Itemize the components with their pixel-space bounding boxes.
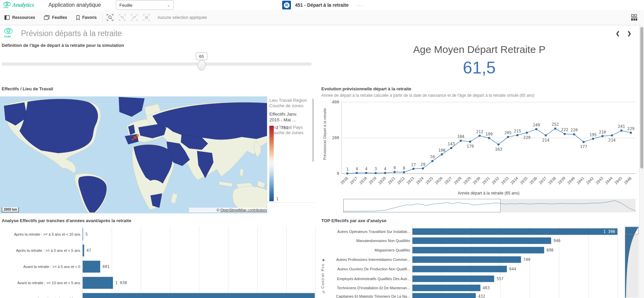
clear-selections-button[interactable] (143, 14, 150, 21)
age-slider-track[interactable] (2, 63, 312, 65)
sheet-logo-text: D2BI (4, 35, 18, 38)
sheets-button[interactable]: Feuilles (39, 10, 72, 25)
svg-text:215: 215 (514, 129, 521, 133)
svg-text:2038: 2038 (547, 176, 557, 185)
svg-text:2020: 2020 (377, 176, 387, 185)
smart-search-button[interactable] (106, 14, 114, 21)
svg-text:946: 946 (554, 238, 561, 243)
svg-text:222: 222 (561, 127, 568, 132)
svg-text:70: 70 (430, 155, 435, 159)
svg-text:Employés Administratifs Qualif: Employés Administratifs Qualifiés Des Au… (337, 277, 410, 281)
bar-chart-minimap[interactable] (625, 227, 640, 298)
svg-text:2029: 2029 (462, 176, 472, 185)
age-slider-handle[interactable] (197, 60, 206, 70)
brand-name: Analytics (12, 2, 34, 8)
svg-text:143: 143 (448, 142, 455, 146)
line-chart-x-axis-title: Année départ à la retraite (65 ans) (342, 191, 636, 196)
svg-text:2030: 2030 (472, 176, 481, 185)
map-legend[interactable]: Lieu Travail Région Couche de zones Effe… (267, 96, 315, 213)
svg-text:163: 163 (495, 147, 502, 152)
toolbar-divider (102, 13, 103, 22)
right-bar-chart[interactable]: Autres Opérateurs Travaillant Sur Instal… (321, 225, 624, 298)
line-chart-navigator[interactable] (343, 199, 636, 212)
line-chart[interactable]: 4002000120164201742018320194202092021820… (321, 100, 640, 188)
clear-selections-icon (143, 14, 150, 21)
svg-text:8: 8 (403, 166, 405, 171)
svg-text:2028: 2028 (453, 176, 462, 185)
search-selection-icon (106, 14, 114, 21)
svg-text:2031: 2031 (481, 176, 491, 185)
redo-selection-button[interactable] (131, 14, 138, 21)
svg-text:3: 3 (374, 167, 377, 171)
svg-text:184: 184 (457, 134, 464, 139)
svg-text:463: 463 (483, 286, 490, 290)
page-scrollbar[interactable] (639, 25, 644, 298)
sheets-icon (44, 15, 50, 20)
app-icon[interactable]: R (282, 1, 291, 9)
top-header-bar: D2BI Analytics Application analytique Fe… (0, 0, 644, 10)
legend-scrollbar[interactable] (312, 98, 314, 162)
map-scale-bar: 2000 km (2, 207, 19, 212)
svg-text:199: 199 (485, 132, 493, 137)
svg-text:Techniciens D'installation Et: Techniciens D'installation Et De Mainten… (337, 286, 410, 290)
svg-text:229: 229 (627, 126, 635, 131)
svg-text:Autres Ouvriers De Production: Autres Ouvriers De Production Non Qualif… (337, 267, 410, 271)
svg-text:2021: 2021 (387, 176, 396, 185)
bookmarks-button[interactable]: Favoris (72, 10, 101, 25)
svg-text:2025: 2025 (425, 176, 434, 185)
svg-text:2027: 2027 (444, 176, 453, 185)
svg-text:2016: 2016 (340, 176, 349, 185)
svg-text:2023: 2023 (406, 176, 415, 185)
svg-text:Capitaines Et Matelots Timonie: Capitaines Et Matelots Timoniers De La N… (336, 294, 410, 298)
svg-text:1 038: 1 038 (115, 280, 127, 285)
kpi-value: 61,5 (321, 58, 638, 78)
legend-max-value: 2 751 (276, 125, 288, 130)
svg-text:2044: 2044 (604, 176, 614, 185)
sheet-selector-dropdown[interactable]: Feuille ⌄ (116, 0, 174, 10)
left-bar-chart-title: Analyse Effectifs par tranches d'années … (2, 218, 131, 223)
svg-text:2045: 2045 (614, 176, 623, 185)
legend-layer2-subtitle: Couche de zones (269, 130, 315, 136)
svg-text:210: 210 (599, 130, 606, 135)
svg-text:2035: 2035 (519, 176, 529, 185)
bookmark-icon (76, 15, 80, 20)
line-chart-subtitle: Année de départ à la retraite calculée à… (321, 93, 635, 98)
svg-text:47: 47 (86, 248, 91, 253)
svg-text:1 398: 1 398 (603, 229, 615, 234)
svg-text:212: 212 (476, 129, 483, 134)
qlik-analytics-dashboard: D2BI Analytics Application analytique Fe… (0, 0, 644, 298)
resources-button[interactable]: Ressources (0, 10, 39, 25)
d2bi-emblem-icon: D2BI (3, 1, 11, 9)
app-icon-letter: R (284, 2, 290, 8)
svg-text:4: 4 (355, 167, 358, 171)
svg-text:0: 0 (337, 171, 339, 176)
age-slider-value: 65 (196, 53, 207, 60)
svg-text:Après la retraite : >= à 5 ans: Après la retraite : >= à 5 ans et < 10 a… (14, 232, 80, 236)
osm-link[interactable]: OpenStreetMap contributors (220, 208, 267, 212)
undo-selection-icon (118, 14, 126, 21)
svg-text:2037: 2037 (538, 176, 547, 185)
left-bar-chart[interactable]: Après la retraite : >= à 5 ans et < 10 a… (0, 225, 318, 298)
undo-selection-button[interactable] (118, 14, 126, 21)
more-menu-icon[interactable]: ··· (357, 3, 363, 8)
prev-sheet-button[interactable]: ❮ (616, 30, 620, 36)
analytics-logo[interactable]: D2BI Analytics (3, 1, 34, 9)
sheet-grid-button[interactable] (630, 14, 638, 21)
svg-text:195: 195 (589, 132, 597, 137)
svg-text:Autres Professions Intermédiai: Autres Professions Intermédiaires Commer… (336, 258, 410, 262)
svg-text:Avant la retraite : >= à 5 ans: Avant la retraite : >= à 5 ans et < 0 (23, 265, 80, 269)
svg-text:200: 200 (332, 136, 339, 140)
line-chart-title: Evolution prévisionnelle départ à la ret… (321, 86, 411, 91)
legend-measure-line1: Effectifs Janv. (269, 111, 315, 117)
page-scrollbar-thumb[interactable] (640, 27, 643, 169)
legend-divider (267, 202, 315, 203)
svg-text:214: 214 (608, 138, 616, 143)
svg-text:5: 5 (85, 232, 88, 237)
svg-text:601: 601 (103, 264, 110, 269)
app-name-label: 451 - Départ à la retraite (295, 2, 349, 8)
svg-text:179: 179 (466, 144, 474, 149)
svg-text:2019: 2019 (368, 176, 377, 185)
next-sheet-button[interactable]: ❯ (627, 30, 632, 36)
svg-text:252: 252 (552, 122, 559, 127)
svg-text:214: 214 (542, 138, 549, 143)
